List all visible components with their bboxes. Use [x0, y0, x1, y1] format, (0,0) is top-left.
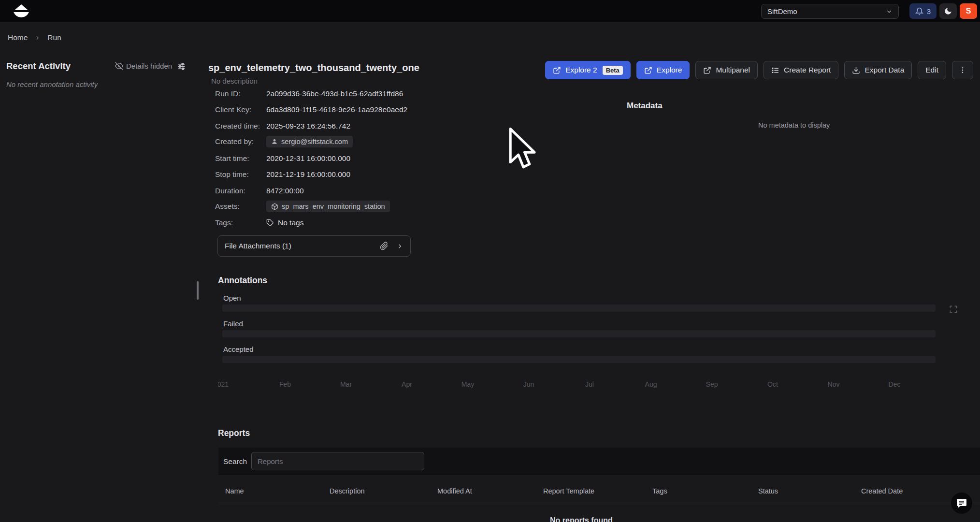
bell-icon — [915, 7, 923, 15]
column-report-template[interactable]: Report Template — [543, 487, 594, 495]
search-label: Search — [223, 457, 247, 466]
axis-tick-jul: Jul — [585, 380, 594, 388]
create-report-button[interactable]: Create Report — [764, 61, 838, 79]
kebab-menu-icon — [959, 66, 966, 74]
axis-tick-mar: Mar — [340, 380, 352, 388]
annotation-track-failed — [222, 330, 936, 337]
table-divider — [218, 503, 980, 503]
report-list-icon — [771, 66, 779, 74]
stop-time-label: Stop time: — [215, 170, 266, 179]
theme-toggle-button[interactable] — [939, 3, 957, 19]
notifications-button[interactable]: 3 — [909, 3, 937, 19]
action-buttons: Explore 2 Beta Explore Multipanel Create… — [545, 61, 973, 79]
created-time-value: 2025-09-23 16:24:56.742 — [266, 122, 350, 130]
file-attachments-button[interactable]: File Attachments (1) — [217, 235, 411, 257]
reports-toolbar: Search — [218, 448, 980, 475]
org-select-value: SiftDemo — [767, 7, 797, 15]
stop-time-value: 2021-12-19 16:00:00.000 — [266, 170, 350, 179]
asset-chip[interactable]: sp_mars_env_monitoring_station — [266, 201, 390, 212]
assets-label: Assets: — [215, 202, 266, 211]
tag-icon — [266, 219, 274, 227]
created-time-label: Created time: — [215, 122, 266, 130]
chevron-down-icon — [886, 8, 893, 15]
scrollbar-thumb[interactable] — [197, 281, 199, 300]
chevron-right-icon — [34, 35, 41, 41]
annotation-track-accepted — [222, 356, 936, 363]
org-select[interactable]: SiftDemo — [761, 4, 899, 19]
asset-name: sp_mars_env_monitoring_station — [282, 203, 385, 210]
mouse-cursor — [508, 128, 538, 172]
axis-tick-dec: Dec — [889, 380, 901, 388]
recent-activity-empty: No recent annotation activity — [6, 80, 98, 88]
annotation-track-open — [222, 304, 936, 312]
metadata-empty: No metadata to display — [758, 121, 830, 129]
external-link-icon — [703, 66, 711, 74]
user-avatar[interactable]: S — [960, 3, 977, 19]
duration-label: Duration: — [215, 187, 266, 195]
run-id-value: 2a099d36-36be-493d-b1e5-62adf31ffd86 — [266, 89, 403, 98]
axis-tick-oct: Oct — [767, 380, 778, 388]
column-name[interactable]: Name — [225, 487, 244, 495]
created-by-row: Created by: sergio@siftstack.com — [215, 135, 353, 148]
recent-activity-title: Recent Activity — [6, 61, 71, 72]
siftstack-logo-icon[interactable] — [13, 4, 30, 18]
tags-row: Tags: No tags — [215, 217, 303, 229]
run-id-row: Run ID: 2a099d36-36be-493d-b1e5-62adf31f… — [215, 87, 403, 100]
breadcrumb-home[interactable]: Home — [8, 33, 28, 42]
axis-tick-aug: Aug — [645, 380, 657, 388]
explore-button[interactable]: Explore — [636, 61, 690, 79]
reports-search-input[interactable] — [251, 452, 424, 470]
chat-support-button[interactable] — [951, 493, 972, 514]
timeline-axis: 2021 Feb Mar Apr May Jun Jul Aug Sep Oct… — [218, 380, 933, 389]
run-title: sp_env_telemetry_two_thousand_twenty_one — [208, 62, 419, 73]
axis-tick-may: May — [461, 380, 474, 388]
create-report-label: Create Report — [784, 66, 831, 74]
client-key-row: Client Key: 6da3d809-1f15-4618-9e26-1aa9… — [215, 103, 407, 116]
lane-label-failed: Failed — [223, 319, 243, 328]
person-icon — [271, 138, 278, 145]
explore2-button[interactable]: Explore 2 Beta — [545, 61, 631, 79]
details-hidden-toggle[interactable]: Details hidden — [115, 62, 172, 70]
filter-sliders-icon[interactable] — [177, 62, 186, 71]
breadcrumb-run[interactable]: Run — [47, 33, 61, 42]
tags-label: Tags: — [215, 218, 266, 227]
duration-row: Duration: 8472:00:00 — [215, 185, 304, 197]
multipanel-label: Multipanel — [716, 66, 750, 74]
column-description[interactable]: Description — [330, 487, 365, 495]
client-key-value: 6da3d809-1f15-4618-9e26-1aa928e0aed2 — [266, 105, 407, 114]
client-key-label: Client Key: — [215, 105, 266, 114]
created-by-label: Created by: — [215, 137, 266, 146]
lane-label-accepted: Accepted — [223, 345, 254, 353]
column-tags[interactable]: Tags — [652, 487, 667, 495]
created-by-value: sergio@siftstack.com — [281, 138, 348, 145]
more-options-button[interactable] — [952, 61, 973, 79]
start-time-label: Start time: — [215, 154, 266, 163]
avatar-initial: S — [966, 7, 971, 15]
lane-label-open: Open — [223, 294, 241, 302]
reports-title: Reports — [218, 428, 250, 438]
metadata-title: Metadata — [627, 101, 663, 111]
edit-button[interactable]: Edit — [918, 61, 946, 79]
cube-icon — [271, 203, 278, 210]
reports-empty-text: No reports found — [550, 516, 613, 522]
start-time-row: Start time: 2020-12-31 16:00:00.000 — [215, 152, 350, 165]
column-status[interactable]: Status — [758, 487, 778, 495]
download-icon — [852, 66, 860, 74]
axis-tick-2021: 2021 — [218, 380, 229, 388]
axis-tick-jun: Jun — [523, 380, 534, 388]
created-time-row: Created time: 2025-09-23 16:24:56.742 — [215, 120, 350, 132]
start-time-value: 2020-12-31 16:00:00.000 — [266, 154, 350, 163]
app-window: SiftDemo 3 S Home Run Recent Activity — [0, 0, 980, 522]
tags-value: No tags — [278, 218, 303, 227]
fit-view-icon[interactable] — [949, 304, 958, 314]
assets-row: Assets: sp_mars_env_monitoring_station — [215, 200, 390, 213]
breadcrumb: Home Run — [8, 33, 61, 42]
export-data-button[interactable]: Export Data — [844, 61, 912, 79]
run-id-label: Run ID: — [215, 89, 266, 98]
file-attachments-label: File Attachments (1) — [225, 242, 291, 250]
column-modified-at[interactable]: Modified At — [437, 487, 472, 495]
column-created-date[interactable]: Created Date — [861, 487, 903, 495]
multipanel-button[interactable]: Multipanel — [695, 61, 758, 79]
top-bar: SiftDemo 3 S — [0, 0, 980, 22]
paperclip-icon — [380, 242, 389, 250]
